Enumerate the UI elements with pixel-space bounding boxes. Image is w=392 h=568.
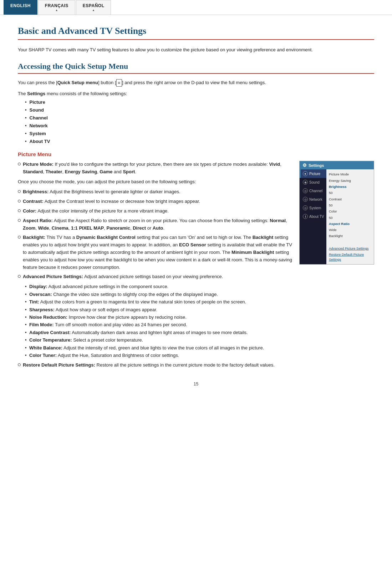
menu-sidebar-channel-label: Channel: [309, 189, 322, 193]
menu-sidebar-network-label: Network: [309, 198, 322, 201]
menu-header: ⚙ Settings: [300, 161, 374, 169]
detail-restore-settings[interactable]: Restore Default Picture Settings: [329, 251, 371, 262]
settings-item-sound: Sound: [25, 106, 374, 114]
detail-energy-saving: Energy Saving: [329, 178, 371, 184]
menu-sidebar-channel[interactable]: ◎ Channel: [300, 186, 326, 195]
settings-item-channel: Channel: [25, 114, 374, 122]
menu-sidebar-system[interactable]: ◎ System: [300, 204, 326, 212]
main-content: Basic and Advanced TV Settings Your SHAR…: [0, 15, 392, 401]
detail-advanced-settings[interactable]: Advanced Picture Settings: [329, 245, 371, 251]
intro-text: Your SHARP TV comes with many TV setting…: [18, 46, 374, 54]
bullet-brightness: Brightness: Adjust the Brightness level …: [18, 188, 292, 196]
bullet-circle-backlight: [18, 236, 21, 239]
channel-icon: ◎: [303, 188, 308, 193]
detail-backlight: Backlight: [329, 233, 371, 239]
sub-bullet-tint: Tint: Adjust the colors from a green to …: [25, 298, 374, 306]
bullet-text-picturemode: Picture Mode: If you'd like to configure…: [23, 161, 292, 176]
menu-sidebar: ● Picture ◉ Sound ◎ Channel ◎ Network: [300, 169, 326, 264]
sub-bullet-overscan: Overscan: Change the video size settings…: [25, 291, 374, 298]
bullet-picture-mode: Picture Mode: If you'd like to configure…: [18, 161, 292, 176]
detail-color-val: 50: [329, 215, 371, 221]
bullet-text-brightness: Brightness: Adjust the Brightness level …: [23, 188, 292, 196]
network-icon: ◎: [303, 197, 308, 202]
section1-heading: Accessing the Quick Setup Menu: [18, 62, 374, 74]
sub-bullet-color-temperature: Color Temperature: Select a preset color…: [25, 336, 374, 344]
lang-tab-espanol-label: ESPAÑOL: [83, 3, 105, 8]
bullet-circle-color: [18, 209, 21, 212]
detail-contrast: Contrast: [329, 196, 371, 202]
bullet-circle-brightness: [18, 190, 21, 193]
settings-item-abouttv: About TV: [25, 138, 374, 145]
bullet-circle-advanced: [18, 275, 21, 278]
menu-sidebar-sound-label: Sound: [309, 180, 320, 184]
bullet-text-contrast: Contrast: Adjust the Contrast level to i…: [23, 198, 292, 205]
picture-menu-heading: Picture Menu: [18, 151, 374, 157]
bullet-text-restore: Restore Default Picture Settings: Restor…: [23, 362, 374, 369]
menu-header-label: Settings: [309, 163, 324, 168]
menu-sidebar-network[interactable]: ◎ Network: [300, 195, 326, 204]
settings-item-network: Network: [25, 122, 374, 130]
menu-content: ● Picture ◉ Sound ◎ Channel ◎ Network: [300, 169, 374, 264]
detail-aspect-ratio-val: Wide: [329, 227, 371, 233]
system-icon: ◎: [303, 205, 308, 210]
sub-bullet-display: Display: Adjust advanced picture setting…: [25, 283, 374, 290]
language-bar: ENGLISH FRANÇAIS ▲ ESPAÑOL ▲: [0, 0, 392, 15]
menu-detail-panel: Picture Mode Energy Saving Brightness 50…: [326, 169, 374, 264]
menu-sidebar-sound[interactable]: ◉ Sound: [300, 178, 326, 186]
menu-sidebar-abouttv-label: About TV: [309, 215, 324, 219]
bullet-aspect-ratio: Aspect Ratio: Adjust the Aspect Ratio to…: [18, 217, 292, 232]
settings-item-system: System: [25, 130, 374, 138]
lang-tab-francais-label: FRANÇAIS: [45, 3, 68, 8]
bullet-color: Color: Adjust the color intensity of the…: [18, 208, 292, 215]
bullet-advanced: Advanced Picture Settings: Adjust advanc…: [18, 273, 374, 281]
picture-icon: ●: [303, 171, 308, 176]
bullet-circle-picturemode: [18, 163, 21, 165]
menu-sidebar-picture-label: Picture: [309, 172, 320, 176]
settings-item-picture: Picture: [25, 98, 374, 106]
detail-spacer: [329, 239, 371, 245]
detail-picture-mode: Picture Mode: [329, 171, 371, 177]
espanol-arrow: ▲: [83, 9, 105, 12]
detail-brightness: Brightness: [329, 184, 371, 190]
sound-icon: ◉: [303, 180, 308, 185]
settings-list-intro: The Settings menu consists of the follow…: [18, 91, 374, 96]
menu-sidebar-abouttv[interactable]: ℹ About TV: [300, 212, 326, 221]
bullet-circle-contrast: [18, 200, 21, 203]
sub-bullet-noise-reduction: Noise Reduction: Improve how clear the p…: [25, 313, 374, 321]
sub-bullet-adaptive-contrast: Adaptive Contrast: Automatically darken …: [25, 329, 374, 336]
bullet-text-advanced: Advanced Picture Settings: Adjust advanc…: [23, 273, 374, 281]
sub-bullet-sharpness: Sharpness: Adjust how sharp or soft edge…: [25, 306, 374, 313]
detail-brightness-val: 50: [329, 190, 371, 196]
detail-color: Color: [329, 208, 371, 214]
detail-contrast-val: 50: [329, 202, 371, 208]
bullet-text-color: Color: Adjust the color intensity of the…: [23, 208, 292, 215]
bullet-contrast: Contrast: Adjust the Contrast level to i…: [18, 198, 292, 205]
bullet-text-backlight: Backlight: This TV has a Dynamic Backlig…: [23, 234, 292, 271]
lang-tab-francais[interactable]: FRANÇAIS ▲: [38, 0, 75, 15]
menu-screenshot: ⚙ Settings ● Picture ◉ Sound ◎ Channel: [299, 161, 374, 264]
menu-sidebar-picture[interactable]: ● Picture: [300, 169, 326, 178]
quick-setup-text: You can press the [Quick Setup menu] but…: [18, 79, 374, 87]
settings-list: Picture Sound Channel Network System Abo…: [25, 98, 374, 146]
sub-bullet-film-mode: Film Mode: Turn off smooth motion and pl…: [25, 321, 374, 328]
bullet-circle-restore: [18, 363, 21, 366]
lang-tab-espanol[interactable]: ESPAÑOL ▲: [76, 0, 111, 15]
bullet-circle-aspectratio: [18, 219, 21, 222]
page-number: 15: [18, 382, 374, 387]
bullet-restore: Restore Default Picture Settings: Restor…: [18, 362, 374, 369]
page-title: Basic and Advanced TV Settings: [18, 26, 374, 40]
advanced-sub-bullets: Display: Adjust advanced picture setting…: [25, 283, 374, 359]
lang-tab-english-label: ENGLISH: [10, 3, 31, 8]
menu-sidebar-system-label: System: [309, 206, 321, 210]
gear-icon: ⚙: [302, 163, 307, 168]
detail-aspect-ratio: Aspect Ratio: [329, 221, 371, 227]
bullet-text-aspectratio: Aspect Ratio: Adjust the Aspect Ratio to…: [23, 217, 292, 232]
lang-tab-english[interactable]: ENGLISH: [4, 0, 37, 15]
bullet-backlight: Backlight: This TV has a Dynamic Backlig…: [18, 234, 292, 271]
picture-section: Picture Menu ⚙ Settings ● Picture ◉ Soun…: [18, 151, 374, 371]
abouttv-icon: ℹ: [303, 214, 308, 219]
sub-bullet-white-balance: White Balance: Adjust the intensity of r…: [25, 344, 374, 352]
sub-bullet-color-tuner: Color Tuner: Adjust the Hue, Saturation …: [25, 352, 374, 359]
francais-arrow: ▲: [45, 9, 68, 12]
